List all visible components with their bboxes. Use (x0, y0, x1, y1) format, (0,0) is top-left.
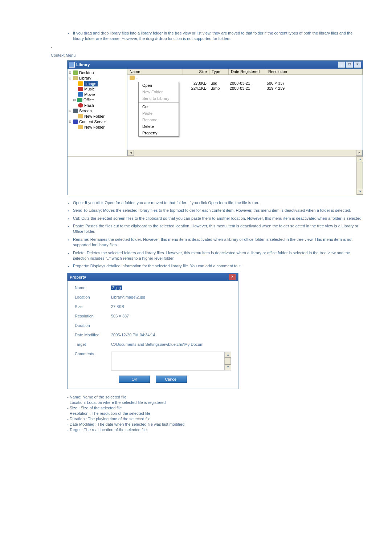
server-icon (73, 119, 78, 124)
tree-desktop[interactable]: Desktop (79, 70, 94, 76)
maximize-button[interactable]: □ (346, 61, 353, 68)
tree-music[interactable]: Music (84, 86, 95, 92)
desc-property: Property: Displays detailed information … (73, 263, 363, 269)
tree-office[interactable]: Office (83, 97, 94, 103)
scroll-left-icon[interactable]: ◂ (127, 150, 134, 156)
cm-delete[interactable]: Delete (139, 123, 179, 130)
desc-delete: Delete: Deletes the selected folders and… (73, 250, 363, 262)
tree-image[interactable]: Image (84, 81, 98, 86)
desktop-icon (73, 70, 78, 75)
tree-flash[interactable]: Flash (84, 103, 94, 108)
up-folder-row[interactable]: .. (127, 75, 363, 81)
footer-name: - Name: Name of the selected file (67, 395, 363, 399)
tree-newfolder1[interactable]: New Folder (84, 114, 105, 119)
cm-separator (139, 102, 179, 103)
library-title: Library (76, 62, 90, 67)
image-icon (78, 81, 83, 86)
h-scrollbar[interactable]: ◂ ▸ (127, 150, 363, 156)
cell-res: 506 × 337 (265, 81, 363, 86)
comments-textarea[interactable]: ▴ ▾ (111, 352, 231, 370)
tree-view[interactable]: ⊞Desktop ⊟Library Image Music Movie ⊞Off… (68, 69, 127, 156)
list-view[interactable]: Name Size Type Date Registered Resolutio… (127, 69, 363, 156)
cancel-button[interactable]: Cancel (156, 376, 187, 383)
cell-res: 319 × 239 (265, 86, 363, 91)
tree-newfolder2[interactable]: New Folder (84, 125, 105, 130)
tree-movie[interactable]: Movie (84, 92, 95, 97)
prop-label-name: Name (75, 285, 111, 290)
prop-val-target: C:\Documents and Settings\newblue.cho\My… (111, 342, 231, 347)
prop-val-name: 2.jpg (111, 285, 122, 290)
prop-val-size: 27.8KB (111, 304, 231, 309)
footer-date-modified: - Date Modified : The date when the sele… (67, 422, 363, 426)
property-close-button[interactable]: × (229, 274, 236, 280)
cell-type: .jpg (209, 81, 228, 86)
prop-label-duration: Duration (75, 323, 111, 328)
cm-cut[interactable]: Cut (139, 104, 179, 110)
cell-size: 224.1KB (183, 86, 209, 91)
office-icon (77, 98, 82, 102)
music-icon (78, 87, 83, 91)
scroll-up-icon[interactable]: ▴ (225, 352, 231, 358)
cell-date: 2008-03-21 (228, 86, 265, 91)
cm-property[interactable]: Property (139, 130, 179, 136)
ok-button[interactable]: OK (119, 376, 150, 383)
intro-text: If you drag and drop library files into … (73, 31, 363, 42)
scroll-down-icon[interactable]: ▾ (225, 364, 231, 370)
prop-label-location: Location (75, 295, 111, 299)
scroll-up-icon[interactable]: ▴ (357, 157, 363, 162)
property-title: Property (70, 275, 86, 279)
prop-val-location: Library\Image\2.jpg (111, 295, 231, 299)
col-type[interactable]: Type (209, 69, 229, 74)
scroll-right-icon[interactable]: ▸ (356, 150, 363, 156)
col-name[interactable]: Name (127, 69, 183, 74)
cm-rename: Rename (139, 117, 179, 123)
prop-label-comments: Comments (75, 352, 111, 356)
footer-target: - Target : The real location of the sele… (67, 428, 363, 432)
folder-icon (78, 125, 83, 129)
desc-open: Open: If you click Open for a folder, yo… (73, 200, 363, 206)
screen-icon (73, 109, 78, 113)
cell-size: 27.8KB (183, 81, 209, 86)
section-context-menu: Context Menu (51, 53, 377, 57)
flash-icon (78, 103, 83, 108)
prop-val-resolution: 506 × 337 (111, 314, 231, 318)
minimize-button[interactable]: _ (338, 61, 345, 68)
property-titlebar: Property × (68, 273, 238, 281)
col-date[interactable]: Date Registered (229, 69, 266, 74)
movie-icon (78, 92, 83, 97)
col-size[interactable]: Size (183, 69, 209, 74)
footer-resolution: - Resolution : The resolution of the sel… (67, 411, 363, 416)
library-app-icon (69, 62, 75, 68)
folder-icon (78, 114, 83, 118)
scroll-down-icon[interactable]: ▾ (357, 189, 363, 195)
cell-type: .bmp (209, 86, 228, 91)
tree-library[interactable]: Library (79, 76, 91, 81)
tree-screen[interactable]: Screen (79, 108, 92, 114)
prop-val-date-modified: 2005-12-20 PM 04:34:14 (111, 333, 231, 337)
preview-pane: ▴ ▾ (68, 156, 363, 195)
cm-paste: Paste (139, 110, 179, 117)
context-menu: Open New Folder Send to Library Cut Past… (138, 82, 179, 137)
col-resolution[interactable]: Resolution (266, 69, 363, 74)
close-button[interactable]: × (354, 61, 361, 68)
desc-paste: Paste: Pastes the files cut to the clipb… (73, 223, 363, 235)
cm-new-folder: New Folder (139, 89, 179, 95)
v-scrollbar[interactable]: ▴ ▾ (356, 157, 363, 195)
cm-send-to-library: Send to Library (139, 95, 179, 102)
prop-label-date-modified: Date Modified (75, 333, 111, 337)
footer-duration: - Duration : The playing time of the sel… (67, 417, 363, 421)
cell-date: 2008-03-21 (228, 81, 265, 86)
desc-cut: Cut: Cuts the selected screen files to t… (73, 216, 363, 221)
up-folder-icon (130, 76, 135, 80)
footer-size: - Size : Size of the selected file (67, 406, 363, 410)
library-icon (73, 76, 78, 80)
tree-content-server[interactable]: Content Server (79, 119, 106, 125)
corner-mark: ▪ (51, 45, 377, 49)
desc-send-to-library: Send To Library: Moves the selected libr… (73, 208, 363, 213)
prop-label-target: Target (75, 342, 111, 347)
prop-label-size: Size (75, 304, 111, 309)
cm-open[interactable]: Open (139, 82, 179, 89)
prop-label-resolution: Resolution (75, 314, 111, 318)
library-titlebar: Library _ □ × (68, 61, 363, 69)
library-window: Library _ □ × ⊞Desktop ⊟Library Image Mu… (67, 60, 363, 195)
